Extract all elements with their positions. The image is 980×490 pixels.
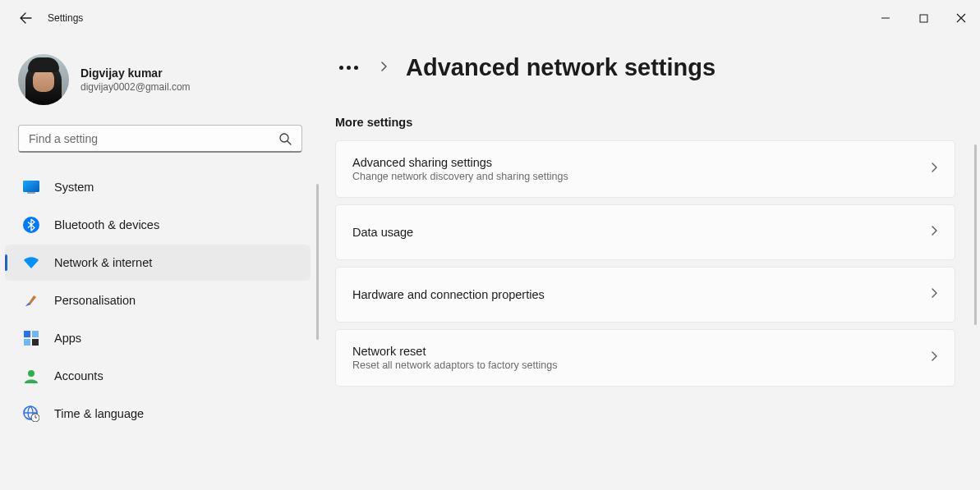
chevron-right-icon (930, 350, 938, 365)
sidebar-item-personalisation[interactable]: Personalisation (5, 282, 311, 318)
card-texts: Advanced sharing settings Change network… (352, 156, 568, 182)
sidebar-item-time-language[interactable]: Time & language (5, 396, 311, 432)
svg-rect-1 (920, 15, 927, 22)
chevron-right-icon (930, 225, 938, 240)
card-hardware-connection[interactable]: Hardware and connection properties (335, 267, 955, 323)
apps-icon (23, 330, 39, 346)
main-content: Advanced network settings More settings … (320, 30, 980, 490)
titlebar: Settings (0, 0, 980, 30)
svg-point-12 (28, 370, 35, 377)
settings-window: Settings Digvijay kumar (0, 0, 980, 490)
page-title: Advanced network settings (406, 54, 715, 81)
sidebar-item-accounts[interactable]: Accounts (5, 358, 311, 394)
titlebar-left: Settings (0, 11, 83, 25)
card-advanced-sharing[interactable]: Advanced sharing settings Change network… (335, 140, 955, 198)
arrow-left-icon (19, 11, 32, 25)
back-button[interactable] (18, 11, 33, 25)
main-scrollbar[interactable] (974, 144, 977, 325)
chevron-right-icon (930, 287, 938, 302)
avatar (18, 54, 69, 105)
search-wrap (0, 125, 320, 169)
card-data-usage[interactable]: Data usage (335, 204, 955, 260)
user-name: Digvijay kumar (81, 66, 191, 80)
svg-rect-11 (32, 339, 39, 346)
paintbrush-icon (23, 292, 39, 309)
card-texts: Data usage (352, 226, 413, 239)
breadcrumb: Advanced network settings (335, 54, 955, 81)
card-network-reset[interactable]: Network reset Reset all network adaptors… (335, 329, 955, 387)
svg-rect-8 (24, 331, 30, 337)
card-subtitle: Reset all network adaptors to factory se… (352, 359, 557, 371)
svg-line-3 (288, 141, 291, 144)
sidebar-item-label: Personalisation (54, 294, 136, 307)
svg-point-2 (280, 134, 288, 142)
sidebar-item-label: Apps (54, 332, 81, 345)
svg-rect-5 (23, 181, 39, 192)
minimize-button[interactable] (867, 3, 904, 33)
sidebar-item-label: System (54, 181, 94, 194)
sidebar-item-label: Accounts (54, 369, 104, 382)
search-icon (278, 132, 292, 145)
sidebar-item-network[interactable]: Network & internet (5, 245, 311, 281)
breadcrumb-parent-button[interactable] (335, 66, 361, 70)
sidebar-scrollbar[interactable] (316, 184, 319, 340)
card-subtitle: Change network discovery and sharing set… (352, 171, 568, 182)
wifi-icon (23, 254, 39, 271)
sidebar-item-label: Network & internet (54, 256, 152, 269)
section-heading: More settings (335, 116, 955, 129)
svg-rect-10 (24, 339, 30, 346)
sidebar-item-label: Time & language (54, 407, 144, 420)
close-button[interactable] (942, 3, 980, 33)
user-block[interactable]: Digvijay kumar digvijay0002@gmail.com (0, 54, 320, 125)
sidebar-item-bluetooth[interactable]: Bluetooth & devices (5, 207, 311, 243)
close-icon (956, 13, 966, 23)
svg-rect-9 (32, 331, 39, 337)
maximize-icon (919, 14, 928, 23)
sidebar: Digvijay kumar digvijay0002@gmail.com Sy… (0, 30, 320, 490)
card-title: Network reset (352, 345, 557, 358)
card-title: Hardware and connection properties (352, 288, 545, 301)
accounts-icon (23, 368, 39, 384)
bluetooth-icon (23, 217, 39, 233)
sidebar-item-apps[interactable]: Apps (5, 320, 311, 356)
card-title: Advanced sharing settings (352, 156, 568, 169)
sidebar-item-label: Bluetooth & devices (54, 218, 159, 231)
system-icon (23, 179, 39, 195)
svg-rect-6 (27, 192, 35, 194)
chevron-right-icon (380, 61, 388, 76)
body: Digvijay kumar digvijay0002@gmail.com Sy… (0, 30, 980, 490)
sidebar-nav: System Bluetooth & devices Network & int… (0, 169, 320, 432)
maximize-button[interactable] (904, 3, 942, 33)
settings-cards: Advanced sharing settings Change network… (335, 140, 955, 387)
app-title: Settings (48, 12, 83, 24)
user-email: digvijay0002@gmail.com (81, 81, 191, 93)
sidebar-item-system[interactable]: System (5, 169, 311, 205)
card-title: Data usage (352, 226, 413, 239)
chevron-right-icon (930, 162, 938, 176)
search-input[interactable] (18, 125, 302, 153)
minimize-icon (881, 13, 890, 23)
globe-clock-icon (23, 405, 39, 422)
user-texts: Digvijay kumar digvijay0002@gmail.com (81, 66, 191, 93)
card-texts: Network reset Reset all network adaptors… (352, 345, 557, 371)
search-button[interactable] (276, 130, 294, 148)
card-texts: Hardware and connection properties (352, 288, 545, 301)
window-controls (867, 3, 980, 33)
